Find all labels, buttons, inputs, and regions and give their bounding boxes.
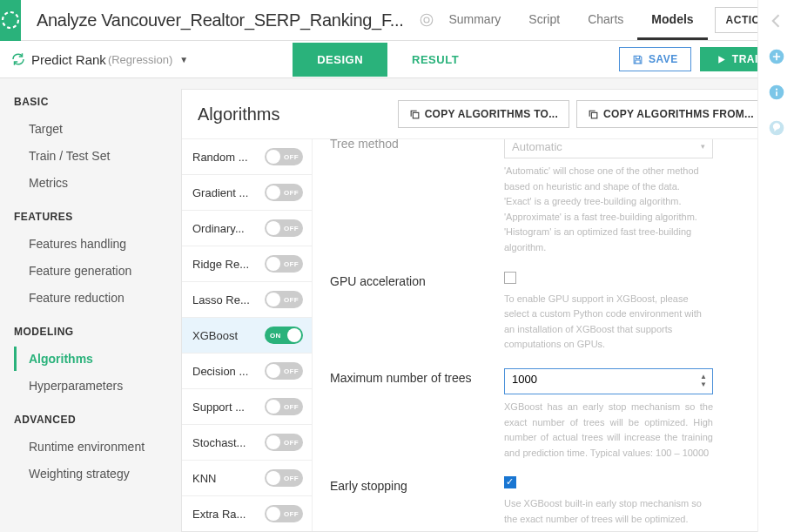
task-type: (Regression)	[108, 53, 172, 66]
algorithm-name: Ordinary...	[192, 222, 245, 235]
algorithm-row[interactable]: Decision ...OFF	[182, 354, 312, 389]
algorithm-toggle[interactable]: OFF	[265, 148, 303, 165]
sidebar-item-feature-reduction[interactable]: Feature reduction	[14, 286, 181, 310]
svg-point-2	[424, 17, 429, 23]
side-heading-features: FEATURES	[14, 211, 181, 223]
algorithm-row[interactable]: XGBoostON	[182, 318, 312, 354]
setting-gpu: GPU acceleration To enable GPU support i…	[330, 272, 764, 353]
tree-method-select[interactable]: Automatic ▾	[504, 139, 713, 158]
algorithm-toggle[interactable]: OFF	[265, 469, 303, 487]
svg-rect-4	[591, 112, 597, 118]
algorithm-row[interactable]: Lasso Re...OFF	[182, 282, 312, 318]
header-buttons: COPY ALGORITHMS TO... COPY ALGORITHMS FR…	[398, 100, 765, 128]
tab-models[interactable]: Models	[637, 1, 707, 40]
early-stop-label: Early stopping	[330, 476, 504, 531]
sidebar-item-hyperparameters[interactable]: Hyperparameters	[14, 374, 181, 398]
logo[interactable]	[0, 0, 21, 41]
refresh-icon	[10, 51, 26, 67]
svg-rect-3	[413, 112, 419, 118]
max-trees-label: Maximum number of trees	[330, 368, 504, 461]
early-stop-checkbox[interactable]	[504, 476, 516, 488]
tab-summary[interactable]: Summary	[434, 1, 515, 40]
algorithm-toggle[interactable]: OFF	[265, 505, 303, 522]
algorithm-toggle[interactable]: OFF	[265, 434, 303, 451]
max-trees-input[interactable]	[512, 373, 688, 386]
help-text: 'Automatic' will chose one of the other …	[504, 164, 713, 256]
algorithm-name: XGBoost	[192, 329, 238, 342]
number-spinner[interactable]: ▲▼	[700, 373, 707, 388]
content-title: Algorithms	[198, 104, 279, 125]
top-tabs: Summary Script Charts Models ACTIONS	[434, 1, 794, 40]
algorithm-toggle[interactable]: OFF	[265, 219, 303, 237]
topbar: Analyze Vancouver_Realtor_SERP_Ranking_F…	[0, 0, 794, 41]
algorithm-name: Support ...	[192, 401, 245, 414]
sidebar-item-train-test[interactable]: Train / Test Set	[14, 144, 181, 168]
algorithm-list: Random ...OFFGradient ...OFFOrdinary...O…	[182, 139, 313, 531]
help-text: Use XGBoost built-in early stop mechanis…	[504, 496, 713, 531]
result-tab[interactable]: RESULT	[387, 43, 483, 77]
center-tabs: DESIGN RESULT	[293, 43, 483, 77]
algorithm-row[interactable]: Gradient ...OFF	[182, 175, 312, 211]
sidebar-item-algorithms[interactable]: Algorithms	[14, 347, 181, 371]
algorithm-row[interactable]: KNNOFF	[182, 461, 312, 496]
svg-point-7	[775, 89, 777, 91]
algorithm-name: Decision ...	[192, 365, 248, 378]
side-heading-advanced: ADVANCED	[14, 414, 181, 426]
back-arrow-icon[interactable]	[768, 12, 785, 32]
chat-icon[interactable]	[768, 119, 785, 139]
setting-tree-method: Tree method Automatic ▾ 'Automatic' will…	[330, 139, 764, 256]
chevron-down-icon[interactable]: ▼	[179, 55, 188, 64]
copy-to-button[interactable]: COPY ALGORITHMS TO...	[398, 100, 569, 128]
task-name[interactable]: Predict Rank	[31, 52, 106, 67]
paste-icon	[588, 109, 599, 120]
algorithm-row[interactable]: Random ...OFF	[182, 139, 312, 175]
tab-script[interactable]: Script	[515, 1, 574, 40]
sidebar-item-target[interactable]: Target	[14, 117, 181, 141]
svg-rect-8	[776, 91, 777, 96]
settings-panel: Tree method Automatic ▾ 'Automatic' will…	[313, 139, 781, 531]
target-icon[interactable]	[419, 12, 434, 28]
algorithm-toggle[interactable]: ON	[265, 327, 303, 344]
gpu-label: GPU acceleration	[330, 272, 504, 353]
help-text: XGBoost has an early stop mechanism so t…	[504, 400, 713, 461]
save-button[interactable]: SAVE	[619, 47, 691, 71]
sidebar-item-weighting[interactable]: Weighting strategy	[14, 461, 181, 486]
main: BASIC Target Train / Test Set Metrics FE…	[0, 78, 794, 532]
algorithm-name: Lasso Re...	[192, 293, 250, 306]
content-panel: Algorithms COPY ALGORITHMS TO... COPY AL…	[181, 89, 782, 532]
copy-from-button[interactable]: COPY ALGORITHMS FROM...	[576, 100, 765, 128]
play-icon	[716, 54, 727, 65]
design-tab[interactable]: DESIGN	[293, 43, 387, 77]
algorithm-row[interactable]: Support ...OFF	[182, 389, 312, 425]
sidebar-item-metrics[interactable]: Metrics	[14, 171, 181, 195]
sidebar-item-features-handling[interactable]: Features handling	[14, 232, 181, 256]
app-logo-icon	[0, 10, 21, 30]
sidebar-item-runtime[interactable]: Runtime environment	[14, 434, 181, 459]
gpu-checkbox[interactable]	[504, 272, 516, 284]
max-trees-input-wrapper: ▲▼	[504, 368, 713, 394]
info-icon[interactable]	[768, 84, 785, 104]
algorithm-row[interactable]: Ridge Re...OFF	[182, 246, 312, 282]
add-circle-icon[interactable]	[768, 48, 785, 68]
algorithm-toggle[interactable]: OFF	[265, 184, 303, 201]
setting-max-trees: Maximum number of trees ▲▼ XGBoost has a…	[330, 368, 764, 461]
side-heading-modeling: MODELING	[14, 326, 181, 338]
algorithm-row[interactable]: Extra Ra...OFF	[182, 496, 312, 531]
sidebar: BASIC Target Train / Test Set Metrics FE…	[0, 78, 181, 532]
algorithm-toggle[interactable]: OFF	[265, 362, 303, 380]
right-rail	[757, 0, 794, 532]
tab-charts[interactable]: Charts	[574, 1, 637, 40]
save-icon	[632, 54, 643, 65]
algorithm-name: KNN	[192, 472, 216, 485]
sidebar-item-feature-generation[interactable]: Feature generation	[14, 259, 181, 283]
algorithm-name: Ridge Re...	[192, 258, 249, 271]
algorithm-toggle[interactable]: OFF	[265, 255, 303, 273]
content-header: Algorithms COPY ALGORITHMS TO... COPY AL…	[182, 90, 781, 139]
chevron-down-icon: ▾	[701, 142, 705, 151]
algorithm-toggle[interactable]: OFF	[265, 291, 303, 308]
algorithm-row[interactable]: Ordinary...OFF	[182, 211, 312, 246]
algorithm-row[interactable]: Stochast...OFF	[182, 425, 312, 461]
algorithm-name: Random ...	[192, 151, 248, 164]
algorithm-toggle[interactable]: OFF	[265, 398, 303, 415]
algorithm-name: Extra Ra...	[192, 508, 246, 521]
